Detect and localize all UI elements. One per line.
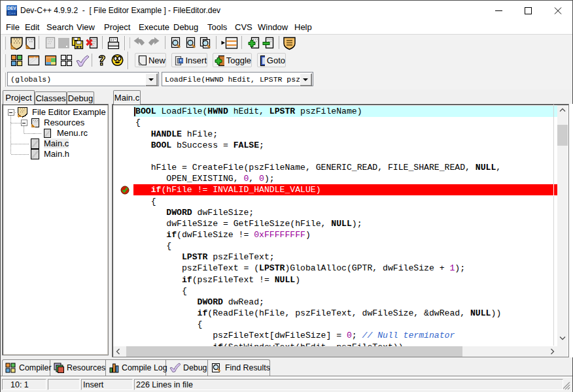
svg-text:DEV: DEV	[7, 6, 16, 10]
svg-text:C++: C++	[8, 11, 16, 15]
